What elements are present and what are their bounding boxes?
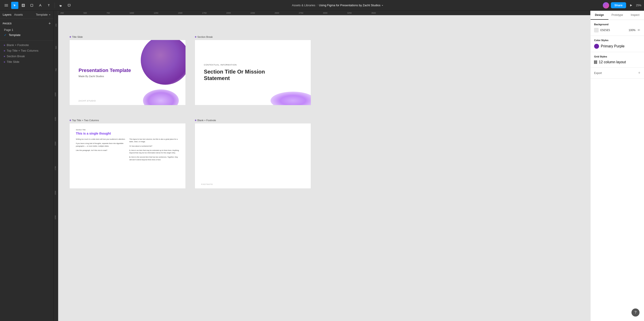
bg-row: E5E5E5 100% 👁 bbox=[594, 28, 640, 32]
right-tab-inspect[interactable]: Inspect bbox=[626, 11, 644, 20]
export-label: Export bbox=[594, 71, 602, 75]
breadcrumb-library[interactable]: Assets & Libraries bbox=[292, 3, 316, 7]
mark-2500: 2500 bbox=[274, 12, 279, 14]
grid-layout-row: 12 column layout bbox=[594, 60, 640, 64]
purple-blob-1 bbox=[141, 40, 186, 85]
blank-container: ◈ Blank + Footnote FOOTNOTE bbox=[195, 123, 311, 189]
section-break-slide[interactable]: CONTEXTUAL INFORMATION Section Title Or … bbox=[195, 40, 311, 105]
menu-button[interactable] bbox=[3, 2, 10, 9]
pages-section: Pages + Page 1 ✓ Template bbox=[0, 19, 54, 40]
shape-tool[interactable] bbox=[28, 2, 35, 9]
zoom-level[interactable]: 25% bbox=[636, 4, 641, 7]
select-tool[interactable] bbox=[11, 2, 18, 9]
page-item-template[interactable]: ✓ Template bbox=[3, 32, 51, 37]
eye-icon[interactable]: 👁 bbox=[637, 28, 640, 32]
section-break-label: ◈ Section Break bbox=[195, 35, 212, 38]
page-item-page1[interactable]: Page 1 bbox=[3, 27, 51, 32]
mark-2750: 2750 bbox=[299, 12, 303, 14]
twocol-label: ◈ Top Title + Two Columns bbox=[69, 119, 99, 122]
pen-tool[interactable] bbox=[37, 2, 44, 9]
sidebar-tab-row: Layers Assets Template bbox=[0, 11, 54, 19]
export-section: Export + bbox=[590, 67, 644, 79]
diamond-icon-1: ◈ bbox=[4, 44, 5, 46]
mark-750: 750 bbox=[106, 12, 110, 14]
slide-row-2: ◈ Top Title + Two Columns Section Title … bbox=[67, 116, 577, 191]
canvas-scroll[interactable]: 250 500 750 1000 1250 1500 1750 2000 225… bbox=[58, 11, 590, 321]
section-blob bbox=[270, 92, 311, 105]
frame-tool[interactable] bbox=[20, 2, 27, 9]
blank-slide[interactable]: FOOTNOTE bbox=[195, 123, 311, 189]
twocol-slide[interactable]: Section Title This is a single thought W… bbox=[69, 123, 186, 189]
twocol-diamond: ◈ bbox=[69, 119, 71, 122]
page1-label: Page 1 bbox=[4, 28, 13, 31]
title-slide-container: ◈ Title Slide Presentation Template Made… bbox=[69, 40, 186, 105]
pages-header: Pages + bbox=[3, 21, 51, 25]
primary-purple-swatch bbox=[594, 44, 599, 49]
ruler-marks-row: 250 500 750 1000 1250 1500 1750 2000 225… bbox=[60, 12, 376, 14]
title-main-text: Presentation Template bbox=[78, 67, 176, 73]
twocol-container: ◈ Top Title + Two Columns Section Title … bbox=[69, 123, 186, 189]
grid-styles-section: Grid Styles 12 column layout bbox=[590, 52, 644, 67]
twocol-col1: Writing too much in a slide deck will lo… bbox=[76, 138, 126, 163]
color-styles-section: Color Styles Primary Purple bbox=[590, 36, 644, 52]
avatar bbox=[603, 2, 609, 8]
pages-title: Pages bbox=[3, 22, 12, 25]
vruler-750: 750 bbox=[55, 68, 57, 71]
section-contextual: CONTEXTUAL INFORMATION bbox=[204, 64, 302, 66]
mark-3000: 3000 bbox=[323, 12, 327, 14]
template-label: Template bbox=[9, 33, 20, 37]
twocol-title: This is a single thought bbox=[76, 132, 179, 135]
mark-3250: 3250 bbox=[347, 12, 352, 14]
bg-color-swatch[interactable] bbox=[594, 28, 598, 32]
layer-blank-footnote[interactable]: ◈ Blank + Footnote bbox=[0, 42, 54, 48]
right-tab-prototype[interactable]: Prototype bbox=[608, 11, 626, 20]
vruler-1750: 1750 bbox=[54, 166, 56, 170]
help-button[interactable]: ? bbox=[632, 309, 640, 317]
comment-tool[interactable] bbox=[66, 2, 73, 9]
purple-blob-2 bbox=[143, 89, 179, 105]
svg-rect-1 bbox=[4, 5, 8, 5]
hand-tool[interactable] bbox=[57, 2, 64, 9]
topbar: T Assets & Libraries / Using Figma for P… bbox=[0, 0, 644, 11]
breadcrumb-file[interactable]: Using Figma for Presentations by Zacht S… bbox=[319, 3, 384, 7]
tab-template[interactable]: Template bbox=[36, 12, 51, 17]
play-button[interactable] bbox=[628, 2, 634, 8]
layer-title-slide[interactable]: ◈ Title Slide bbox=[0, 59, 54, 65]
primary-purple-label: Primary Purple bbox=[601, 44, 624, 48]
add-export-button[interactable]: + bbox=[638, 71, 640, 75]
twocol-columns: Writing too much in a slide deck will lo… bbox=[76, 138, 179, 163]
title-slide-content: Presentation Template Made By Zacht Stud… bbox=[70, 40, 186, 105]
section-title-text: Section Title Or Mission Statement bbox=[204, 69, 302, 82]
tab-layers[interactable]: Layers bbox=[3, 12, 12, 17]
share-button[interactable]: Share bbox=[611, 2, 626, 8]
title-slide[interactable]: Presentation Template Made By Zacht Stud… bbox=[69, 40, 186, 105]
export-row: Export + bbox=[594, 71, 640, 75]
main-area: Layers Assets Template Pages + Page 1 ✓ … bbox=[0, 11, 644, 321]
ruler-vertical: 250 500 750 1000 1250 1500 1750 2000 225… bbox=[54, 11, 58, 321]
mark-1750: 1750 bbox=[202, 12, 206, 14]
grid-bar-2 bbox=[595, 60, 596, 64]
layers-section: ◈ Blank + Footnote ◈ Top Title + Two Col… bbox=[0, 40, 54, 321]
breadcrumb: Assets & Libraries / Using Figma for Pre… bbox=[292, 3, 384, 7]
section-break-diamond: ◈ bbox=[195, 35, 196, 38]
blank-diamond: ◈ bbox=[195, 119, 196, 122]
mark-2250: 2250 bbox=[250, 12, 255, 14]
twocol-col2: This layout is two text columns, but thi… bbox=[129, 138, 179, 163]
add-page-button[interactable]: + bbox=[48, 21, 51, 25]
topbar-center: Assets & Libraries / Using Figma for Pre… bbox=[74, 3, 601, 7]
canvas-inner: ◈ Title Slide Presentation Template Made… bbox=[58, 15, 590, 209]
grid-label: 12 column layout bbox=[599, 60, 626, 64]
primary-purple-row: Primary Purple bbox=[594, 44, 640, 49]
text-tool[interactable]: T bbox=[45, 2, 52, 9]
right-tab-design[interactable]: Design bbox=[590, 11, 608, 20]
layer-section-break[interactable]: ◈ Section Break bbox=[0, 53, 54, 59]
grid-bar-1 bbox=[594, 60, 595, 64]
section-break-container: ◈ Section Break CONTEXTUAL INFORMATION S… bbox=[195, 40, 311, 105]
canvas-with-ruler: 250 500 750 1000 1250 1500 1750 2000 225… bbox=[54, 11, 590, 321]
mark-2000: 2000 bbox=[226, 12, 231, 14]
tab-assets[interactable]: Assets bbox=[14, 12, 23, 17]
background-section: Background E5E5E5 100% 👁 bbox=[590, 20, 644, 36]
layer-top-title[interactable]: ◈ Top Title + Two Columns bbox=[0, 48, 54, 53]
breadcrumb-sep: / bbox=[317, 3, 318, 7]
blank-footnote-text: FOOTNOTE bbox=[201, 183, 213, 185]
